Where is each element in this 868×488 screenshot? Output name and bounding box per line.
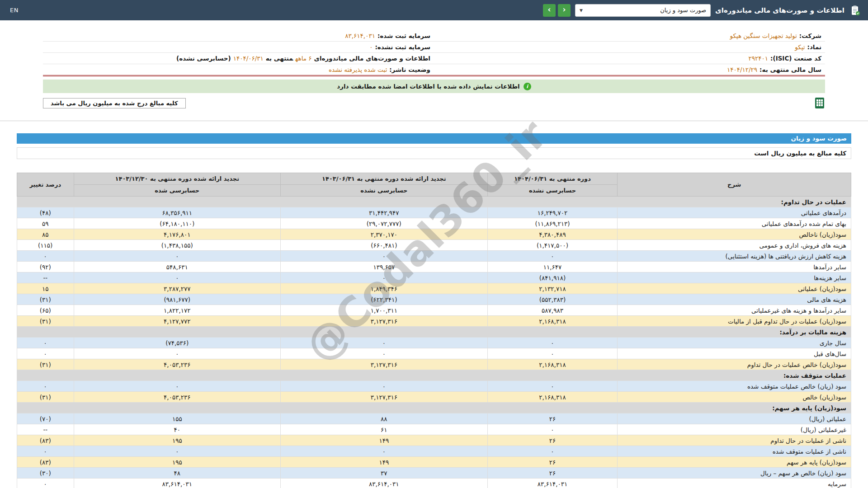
section-row: هزینه مالیات بر درآمد:	[17, 327, 851, 338]
statement-row: سایر درآمدها و هزینه های غیرعملیاتی۵۸۷,۹…	[17, 305, 851, 316]
amount-cell: ۲۶	[487, 468, 618, 479]
amount-cell: ۸۸	[281, 413, 488, 424]
info-cell-left: سرمایه ثبت شده:۸۳,۶۱۴,۰۳۱	[43, 30, 434, 41]
amount-cell: ۳۱,۴۴۲,۹۴۷	[281, 207, 488, 218]
statement-row: هزینه های مالی(۵۵۲,۳۸۳)(۶۲۲,۳۴۱)(۹۸۱,۶۷۷…	[17, 294, 851, 305]
amount-cell: ۰	[74, 272, 281, 283]
info-value: تولید تجهیزات سنگین هپکو	[730, 32, 797, 39]
statement-row: ناشی از عملیات در حال تداوم۲۶۱۴۹۱۹۵(۸۳)	[17, 435, 851, 446]
amount-cell: (۸۴۱,۹۱۸)	[487, 272, 618, 283]
statement-row: عملیاتی (ریال)۲۶۸۸۱۵۵(۷۰)	[17, 413, 851, 424]
amount-cell: ۱,۸۲۲,۱۷۲	[74, 305, 281, 316]
amount-cell: ۱۳۹,۶۵۷	[281, 262, 488, 272]
change-cell: ۰	[17, 338, 74, 348]
section-row: عملیات در حال تداوم:	[17, 197, 851, 207]
amount-cell: ۴,۱۲۷,۷۷۲	[74, 316, 281, 327]
col-period-prev: تجدید ارائه شده دوره منتهی به ۱۴۰۳/۰۶/۳۱	[281, 173, 488, 185]
amount-cell: ۲۶	[487, 413, 618, 424]
report-icon[interactable]	[849, 5, 861, 16]
signature-banner: i اطلاعات نمایش داده شده با اطلاعات امضا…	[43, 80, 825, 93]
info-label: وضعیت ناشر:	[389, 66, 430, 73]
change-cell: ۰	[17, 479, 74, 488]
change-cell: (۳۱)	[17, 359, 74, 370]
col-audit-prev: حسابرسی نشده	[281, 185, 488, 197]
top-header-bar: اطلاعات و صورت‌های مالی میاندوره‌ای صورت…	[0, 0, 868, 20]
info-label: سرمایه ثبت شده:	[377, 32, 430, 39]
amount-cell: ۴,۰۵۳,۲۳۶	[74, 392, 281, 403]
chevron-down-icon: ▼	[580, 8, 583, 13]
amount-cell: ۱۹۵	[74, 435, 281, 446]
statement-row: هزینه های فروش، اداری و عمومی(۱,۴۱۷,۵۰۰)…	[17, 240, 851, 251]
amount-cell: ۱۱,۶۴۷	[487, 262, 618, 272]
statement-row: سرمایه۸۳,۶۱۴,۰۳۱۸۳,۶۱۴,۰۳۱۸۳,۶۱۴,۰۳۱۰	[17, 479, 851, 488]
change-cell: --	[17, 272, 74, 283]
change-cell: (۶۵)	[17, 305, 74, 316]
amount-cell: ۰	[74, 251, 281, 262]
amount-cell: ۴,۳۸۰,۴۸۹	[487, 229, 618, 240]
statement-row: سود(زیان) خالص۲,۱۶۸,۳۱۸۳,۱۲۷,۳۱۶۴,۰۵۳,۲۳…	[17, 392, 851, 403]
amount-cell: ۲۶	[487, 457, 618, 468]
excel-export-icon[interactable]	[814, 97, 825, 109]
change-cell: --	[17, 424, 74, 435]
info-value: ۰	[369, 43, 373, 51]
info-value: تپکو	[795, 43, 805, 51]
change-cell: ۱۵	[17, 283, 74, 294]
info-label: نماد:	[807, 43, 821, 51]
statement-row: سایر درآمدها۱۱,۶۴۷۱۳۹,۶۵۷۵۴۸,۶۳۱(۹۲)	[17, 262, 851, 272]
prev-statement-button[interactable]: ‹	[558, 4, 571, 17]
amount-cell: ۱,۸۴۹,۳۴۶	[281, 283, 488, 294]
row-label: سود (زیان) خالص عملیات متوقف شده	[618, 381, 851, 392]
amount-cell: ۰	[487, 381, 618, 392]
section-label: عملیات متوقف شده:	[17, 370, 851, 381]
section-row: عملیات متوقف شده:	[17, 370, 851, 381]
row-label: سال‌های قبل	[618, 348, 851, 359]
company-info-rows: شرکت:تولید تجهیزات سنگین هپکوسرمایه ثبت …	[43, 30, 825, 76]
change-cell: (۷۰)	[17, 413, 74, 424]
info-cell-left: اطلاعات و صورت‌های مالی میاندوره‌ای۶ ماه…	[43, 53, 434, 64]
amount-cell: ۲,۳۷۰,۱۷۰	[281, 229, 488, 240]
amount-cell: ۰	[281, 381, 488, 392]
change-cell: (۳۱)	[17, 294, 74, 305]
amount-cell: ۰	[487, 348, 618, 359]
amount-cell: ۴,۰۵۳,۲۳۶	[74, 359, 281, 370]
info-value: ۲۹۲۴۰۱	[749, 55, 769, 62]
row-label: هزینه کاهش ارزش دریافتنی ها (هزینه استثن…	[618, 251, 851, 262]
amount-cell: (۶۲۲,۳۴۱)	[281, 294, 488, 305]
statement-nav: ‹ ›	[543, 4, 571, 17]
amount-cell: ۱۶,۲۴۹,۷۰۲	[487, 207, 618, 218]
amount-cell: (۶۶۰,۴۸۱)	[281, 240, 488, 251]
info-value: ۱۴۰۴/۰۶/۳۱	[233, 55, 264, 62]
amount-cell: ۲۶	[487, 435, 618, 446]
amount-cell: ۰	[281, 338, 488, 348]
change-cell: (۳۱)	[17, 316, 74, 327]
statement-row: سایر هزینه‌ها(۸۴۱,۹۱۸)۰۰--	[17, 272, 851, 283]
amount-cell: ۸۳,۶۱۴,۰۳۱	[74, 479, 281, 488]
amount-cell: ۰	[487, 424, 618, 435]
amount-cell: ۱۹۵	[74, 457, 281, 468]
amount-cell: (۵۵۲,۳۸۳)	[487, 294, 618, 305]
row-label: درآمدهای عملیاتی	[618, 207, 851, 218]
change-cell: (۳۱)	[17, 392, 74, 403]
amount-cell: ۸۳,۶۱۴,۰۳۱	[487, 479, 618, 488]
statement-select[interactable]: صورت سود و زیان ▼	[575, 4, 711, 17]
info-value: ۶ ماهه	[295, 55, 311, 62]
next-statement-button[interactable]: ›	[543, 4, 556, 17]
divider	[0, 121, 868, 121]
section-label: عملیات در حال تداوم:	[17, 197, 851, 207]
amount-cell: ۳,۱۲۷,۳۱۶	[281, 316, 488, 327]
info-cell-right: نماد:تپکو	[434, 42, 825, 52]
amount-cell: (۱,۴۳۸,۱۵۵)	[74, 240, 281, 251]
amount-cell: ۰	[281, 446, 488, 457]
language-toggle[interactable]: EN	[7, 5, 21, 15]
amount-cell: ۴۸	[74, 468, 281, 479]
amount-cell: ۰	[487, 446, 618, 457]
amount-cell: ۸۳,۶۱۴,۰۳۱	[281, 479, 488, 488]
amount-cell: ۰	[281, 251, 488, 262]
amount-cell: ۳,۱۲۷,۳۱۶	[281, 392, 488, 403]
section-label: سود(زیان) پایه هر سهم:	[17, 403, 851, 413]
amount-cell: ۲,۱۶۸,۳۱۸	[487, 359, 618, 370]
amount-cell: (۷۴,۵۳۶)	[74, 338, 281, 348]
change-cell: (۴۸)	[17, 207, 74, 218]
amounts-note-box: کلیه مبالغ درج شده به میلیون ریال می باش…	[43, 98, 186, 108]
change-cell: ۰	[17, 381, 74, 392]
